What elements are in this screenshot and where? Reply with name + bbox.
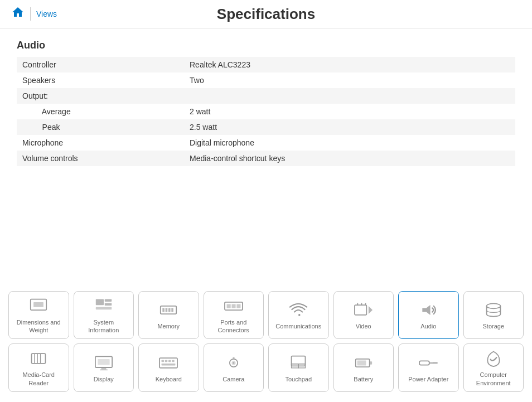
spec-table: ControllerRealtek ALC3223SpeakersTwoOutp…: [17, 57, 515, 166]
spec-label: Volume controls: [17, 151, 184, 166]
system-icon: [93, 296, 115, 316]
wifi-icon: [287, 300, 309, 320]
svg-rect-7: [163, 308, 165, 312]
memory-icon: [157, 300, 180, 320]
nav-item-memory[interactable]: Memory: [138, 291, 199, 340]
nav-item-computer-env[interactable]: ComputerEnvironment: [463, 343, 524, 392]
nav-item-ports[interactable]: Ports andConnectors: [204, 291, 264, 340]
spec-value: Media-control shortcut keys: [184, 151, 515, 166]
svg-rect-32: [165, 360, 167, 362]
table-row: MicrophoneDigital microphone: [17, 135, 515, 151]
spec-label: Controller: [17, 57, 184, 72]
storage-icon: [482, 300, 505, 320]
svg-rect-45: [369, 361, 371, 364]
nav-label-video: Video: [356, 322, 371, 330]
bottom-nav: Dimensions andWeightSystemInformationMem…: [0, 285, 532, 402]
svg-rect-31: [162, 360, 164, 362]
nav-label-audio: Audio: [420, 322, 436, 330]
nav-label-battery: Battery: [354, 375, 373, 383]
spec-value: [184, 88, 515, 104]
spec-value: Digital microphone: [184, 135, 515, 151]
nav-label-mediacard: Media-CardReader: [23, 371, 55, 387]
page-title: Specifications: [217, 6, 315, 23]
dimensions-icon: [27, 296, 50, 316]
spec-value: Two: [184, 72, 515, 88]
svg-rect-3: [105, 299, 112, 301]
svg-rect-30: [159, 358, 177, 368]
keyboard-icon: [157, 353, 180, 373]
svg-point-21: [486, 303, 500, 308]
nav-item-keyboard[interactable]: Keyboard: [138, 343, 199, 392]
svg-rect-46: [357, 360, 366, 365]
header-divider: [30, 7, 31, 21]
nav-item-system-info[interactable]: SystemInformation: [74, 291, 134, 340]
nav-item-battery[interactable]: Battery: [333, 343, 394, 392]
nav-row-1: Dimensions andWeightSystemInformationMem…: [8, 291, 524, 340]
nav-label-camera: Camera: [223, 375, 244, 383]
nav-label-power-adapter: Power Adapter: [408, 375, 448, 383]
spec-value: 2.5 watt: [184, 119, 515, 135]
nav-row-2: Media-CardReaderDisplayKeyboardCameraTou…: [8, 343, 524, 392]
header: Views Specifications: [0, 0, 532, 28]
svg-rect-4: [105, 303, 112, 305]
spec-label: Speakers: [17, 72, 184, 88]
home-icon[interactable]: [11, 6, 25, 22]
svg-rect-34: [172, 360, 174, 362]
svg-rect-35: [162, 363, 176, 365]
svg-rect-2: [96, 299, 104, 305]
svg-rect-13: [231, 304, 235, 308]
svg-rect-5: [96, 307, 112, 309]
nav-label-keyboard: Keyboard: [156, 375, 182, 383]
power-icon: [417, 353, 439, 373]
svg-rect-9: [168, 308, 171, 312]
nav-item-display[interactable]: Display: [74, 343, 134, 392]
nav-item-dimensions[interactable]: Dimensions andWeight: [8, 291, 69, 340]
svg-rect-33: [168, 360, 171, 362]
table-row: Peak2.5 watt: [17, 119, 515, 135]
nav-item-communications[interactable]: Communications: [268, 291, 329, 340]
spec-label: Average: [17, 104, 184, 119]
mediacard-icon: [27, 348, 50, 369]
nav-item-mediacard[interactable]: Media-CardReader: [8, 343, 69, 392]
svg-rect-47: [419, 361, 429, 365]
nav-item-audio[interactable]: Audio: [398, 291, 459, 340]
spec-label: Microphone: [17, 135, 184, 151]
nav-item-video[interactable]: Video: [333, 291, 394, 340]
audio-icon: [417, 300, 439, 320]
svg-rect-15: [355, 305, 366, 315]
spec-label: Peak: [17, 119, 184, 135]
svg-rect-22: [32, 354, 46, 364]
spec-label: Output:: [17, 88, 184, 104]
nav-item-storage[interactable]: Storage: [463, 291, 524, 340]
nav-label-communications: Communications: [275, 322, 321, 330]
svg-rect-14: [236, 304, 240, 308]
environment-icon: [482, 348, 505, 369]
svg-rect-10: [172, 308, 174, 312]
nav-item-camera[interactable]: Camera: [204, 343, 264, 392]
battery-icon: [352, 353, 375, 373]
nav-label-storage: Storage: [482, 322, 504, 330]
nav-item-touchpad[interactable]: Touchpad: [268, 343, 329, 392]
video-icon: [352, 300, 375, 320]
svg-marker-20: [423, 305, 431, 315]
display-icon: [93, 353, 115, 373]
nav-item-power-adapter[interactable]: Power Adapter: [398, 343, 459, 392]
table-row: Volume controlsMedia-control shortcut ke…: [17, 151, 515, 166]
spec-value: 2 watt: [184, 104, 515, 119]
svg-rect-1: [33, 302, 43, 307]
table-row: ControllerRealtek ALC3223: [17, 57, 515, 72]
svg-point-38: [233, 362, 234, 364]
main-content: Audio ControllerRealtek ALC3223SpeakersT…: [0, 28, 532, 177]
svg-rect-28: [101, 367, 106, 370]
svg-rect-29: [100, 369, 108, 370]
svg-marker-16: [369, 306, 373, 314]
nav-label-display: Display: [94, 375, 114, 383]
touchpad-icon: [287, 353, 309, 373]
header-views-link[interactable]: Views: [36, 9, 57, 18]
nav-label-touchpad: Touchpad: [285, 375, 312, 383]
svg-rect-48: [429, 362, 433, 364]
nav-label-system-info: SystemInformation: [88, 318, 119, 335]
table-row: Average2 watt: [17, 104, 515, 119]
nav-label-memory: Memory: [157, 322, 180, 330]
spec-value: Realtek ALC3223: [184, 57, 515, 72]
